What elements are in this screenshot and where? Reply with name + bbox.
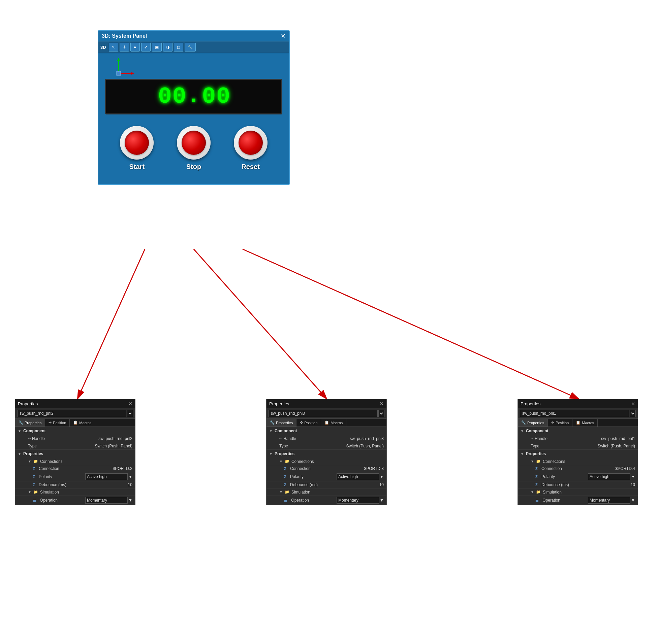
dropdown-arrow-op-right: ▼ [631, 498, 635, 503]
dropdown-arrow-op-center: ▼ [380, 498, 384, 503]
toolbar-resize-button[interactable]: ⤢ [141, 43, 151, 51]
props-handle-dropdown-center[interactable]: ▼ [378, 410, 385, 417]
props-tabs-center: 🔧 Properties ✛ Position 📋 Macros [266, 419, 387, 427]
start-button-cap [125, 131, 149, 155]
tab-macros-left[interactable]: 📋 Macros [70, 419, 95, 427]
props-handle-input-center[interactable] [268, 410, 378, 417]
buttons-area: Start Stop Reset [102, 119, 286, 181]
panel-close-button[interactable]: ✕ [281, 33, 286, 39]
props-handle-dropdown-right[interactable]: ▼ [630, 410, 636, 417]
tab-macros-right[interactable]: 📋 Macros [572, 419, 598, 427]
reset-button-wrapper: Reset [234, 126, 267, 171]
toolbar-3d-label: 3D [101, 45, 106, 50]
connection-value-center: $PORTD.3 [343, 466, 384, 471]
reset-button-cap [239, 131, 263, 155]
sphere-icon: ● [134, 45, 136, 49]
reset-button-label: Reset [241, 163, 259, 171]
panel-titlebar: 3D: System Panel ✕ [98, 31, 289, 41]
component-section-right: ▼ Component [518, 427, 638, 435]
props-titlebar-right: Properties ✕ [518, 399, 638, 408]
led-digit-3: 0 [202, 85, 215, 108]
properties-panel-center: Properties ✕ ▼ 🔧 Properties ✛ Position 📋… [266, 399, 387, 505]
connection-row-left: Z Connection $PORTD.2 [15, 465, 135, 472]
connection-row-right: Z Connection $PORTD.4 [518, 465, 638, 472]
properties-panel-right: Properties ✕ ▼ 🔧 Properties ✛ Position 📋… [518, 399, 638, 505]
polarity-dropdown-left[interactable]: Active high [85, 473, 128, 480]
panel-content: 0 0 . 0 0 Start Stop [98, 53, 289, 184]
props-titlebar-center: Properties ✕ [266, 399, 387, 408]
connection-row-center: Z Connection $PORTD.3 [266, 465, 387, 472]
wrench-tab-icon-right: 🔧 [521, 420, 526, 425]
cursor-icon: ↖ [112, 45, 115, 49]
props-title-center: Properties [269, 401, 289, 406]
props-close-right[interactable]: ✕ [631, 401, 635, 406]
toolbar-sphere-button[interactable]: ● [130, 43, 140, 51]
svg-line-2 [194, 249, 327, 399]
handle-row-right: ✏ Handle sw_push_rnd_pnl1 [518, 435, 638, 442]
square-icon: ◻ [177, 45, 180, 49]
operation-dropdown-left[interactable]: Momentary [85, 497, 128, 504]
toolbar-cursor-button[interactable]: ↖ [109, 43, 118, 51]
tab-properties-right[interactable]: 🔧 Properties [518, 419, 548, 427]
position-tab-icon-left: ✛ [48, 420, 51, 425]
operation-dropdown-center[interactable]: Momentary [336, 497, 379, 504]
type-value-center: Switch (Push, Panel) [343, 444, 384, 448]
tab-position-right[interactable]: ✛ Position [548, 419, 572, 427]
z-icon-left: Z [33, 466, 35, 470]
polarity-dropdown-right[interactable]: Active high [588, 473, 630, 480]
svg-line-3 [243, 249, 579, 399]
tab-properties-center[interactable]: 🔧 Properties [266, 419, 297, 427]
toolbar-half-button[interactable]: ◑ [163, 43, 173, 51]
start-button[interactable] [120, 126, 154, 160]
svg-marker-5 [117, 58, 120, 61]
macros-tab-icon-left: 📋 [73, 420, 78, 425]
start-button-wrapper: Start [120, 126, 154, 171]
stop-button-cap [182, 131, 206, 155]
props-handle-input-right[interactable] [520, 410, 629, 417]
props-title-right: Properties [521, 401, 541, 406]
tab-position-left[interactable]: ✛ Position [45, 419, 70, 427]
operation-dropdown-right[interactable]: Momentary [588, 497, 630, 504]
props-tabs-left: 🔧 Properties ✛ Position 📋 Macros [15, 419, 135, 427]
tab-properties-left[interactable]: 🔧 Properties [15, 419, 45, 427]
simulation-subsection-left: ▼ 📁 Simulation [15, 488, 135, 496]
led-digit-2: 0 [173, 85, 185, 108]
start-button-label: Start [129, 163, 145, 171]
toolbar-square-button[interactable]: ◻ [174, 43, 183, 51]
handle-value-left: sw_push_rnd_pnl2 [92, 436, 132, 441]
pencil-icon-left: ✏ [28, 437, 31, 440]
props-tabs-right: 🔧 Properties ✛ Position 📋 Macros [518, 419, 638, 427]
handle-row-center: ✏ Handle sw_push_rnd_pnl3 [266, 435, 387, 442]
debounce-value-right: 10 [595, 482, 635, 487]
props-body-left: ▼ Component ✏ Handle sw_push_rnd_pnl2 Ty… [15, 427, 135, 505]
operation-row-right: ☰ Operation Momentary ▼ [518, 496, 638, 505]
props-close-center[interactable]: ✕ [380, 401, 384, 406]
properties-section-right: ▼ Properties [518, 450, 638, 458]
stop-button[interactable] [177, 126, 211, 160]
folder-icon-conn-left: 📁 [34, 459, 38, 464]
debounce-value-center: 10 [343, 482, 384, 487]
panel-title: 3D: System Panel [102, 33, 147, 39]
toolbar-frame-button[interactable]: ▣ [152, 43, 162, 51]
toolbar-wrench-button[interactable]: 🔧 [184, 43, 196, 51]
polarity-row-left: Z Polarity Active high ▼ [15, 472, 135, 481]
polarity-dropdown-center[interactable]: Active high [336, 473, 379, 480]
debounce-row-right: Z Debounce (ms) 10 [518, 481, 638, 488]
props-close-left[interactable]: ✕ [128, 401, 132, 406]
macros-tab-icon-right: 📋 [576, 420, 580, 425]
props-handle-input-left[interactable] [17, 410, 126, 417]
props-handle-row-right: ▼ [518, 408, 638, 419]
dropdown-arrow-pol-center: ▼ [380, 474, 384, 479]
toolbar-move-button[interactable]: ✛ [119, 43, 129, 51]
wrench-tab-icon-center: 🔧 [270, 420, 275, 425]
type-row-right: Type Switch (Push, Panel) [518, 442, 638, 450]
props-handle-dropdown-left[interactable]: ▼ [127, 410, 133, 417]
svg-marker-7 [131, 72, 134, 75]
connections-subsection-left: ▼ 📁 Connections [15, 458, 135, 465]
tab-position-center[interactable]: ✛ Position [297, 419, 321, 427]
reset-button[interactable] [234, 126, 267, 160]
macros-tab-icon-center: 📋 [325, 420, 329, 425]
tab-macros-center[interactable]: 📋 Macros [321, 419, 346, 427]
polarity-row-center: Z Polarity Active high ▼ [266, 472, 387, 481]
props-titlebar-left: Properties ✕ [15, 399, 135, 408]
